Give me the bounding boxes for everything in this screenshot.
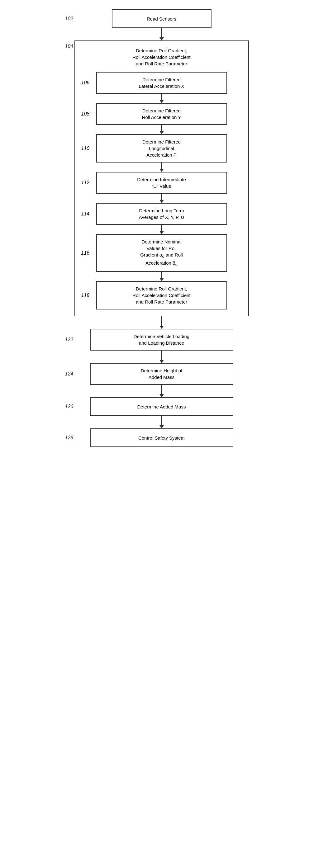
arrow-3 <box>159 350 164 363</box>
outer-group-block: Determine Roll Gradient,Roll Acceleratio… <box>75 40 249 316</box>
ref-114: 114 <box>81 211 90 217</box>
ref-126: 126 <box>65 404 74 409</box>
arrow-1 <box>159 28 164 40</box>
ref-128: 128 <box>65 435 74 440</box>
arrow-head-1 <box>159 37 164 40</box>
label-108: Determine FilteredRoll Acceleration Y <box>142 107 181 121</box>
ref-106: 106 <box>81 80 90 86</box>
inner-116-row: 116 Determine NominalValues for RollGrad… <box>81 234 242 272</box>
ref-118: 118 <box>81 293 90 298</box>
label-128: Control Safety System <box>138 435 185 441</box>
read-sensors-label: Read Sensors <box>147 16 176 22</box>
inner-118-row: 118 Determine Roll Gradient,Roll Acceler… <box>81 281 242 309</box>
ref-104: 104 <box>65 43 74 49</box>
label-106: Determine FilteredLateral Acceleration X <box>139 76 184 89</box>
arrow-inner-6 <box>159 272 164 281</box>
block-126: Determine Added Mass <box>90 397 233 416</box>
block-118: Determine Roll Gradient,Roll Acceleratio… <box>96 281 227 309</box>
arrow-2 <box>159 316 164 329</box>
block-106: Determine FilteredLateral Acceleration X <box>96 72 227 94</box>
label-112: Determine Intermediate“U” Value <box>137 176 186 189</box>
label-114: Determine Long TermAverages of X, Y, P, … <box>139 207 184 220</box>
ref-108: 108 <box>81 111 90 117</box>
block-122: Determine Vehicle Loadingand Loading Dis… <box>90 329 233 350</box>
ref-110: 110 <box>81 146 90 151</box>
block-126-row: 126 Determine Added Mass <box>59 397 264 416</box>
block-124: Determine Height ofAdded Mass <box>90 363 233 385</box>
outer-group-row: 104 Determine Roll Gradient,Roll Acceler… <box>59 40 264 316</box>
inner-114-row: 114 Determine Long TermAverages of X, Y,… <box>81 203 242 225</box>
label-122: Determine Vehicle Loadingand Loading Dis… <box>134 333 189 346</box>
label-110: Determine FilteredLongitudinalAccelerati… <box>142 138 181 158</box>
block-114: Determine Long TermAverages of X, Y, P, … <box>96 203 227 225</box>
label-126: Determine Added Mass <box>137 403 186 410</box>
arrow-4 <box>159 385 164 397</box>
arrow-inner-5 <box>159 225 164 234</box>
outer-group-title: Determine Roll Gradient,Roll Acceleratio… <box>133 47 190 67</box>
arrow-inner-3 <box>159 162 164 172</box>
arrow-inner-4 <box>159 194 164 203</box>
inner-106-row: 106 Determine FilteredLateral Accelerati… <box>81 72 242 94</box>
label-118: Determine Roll Gradient,Roll Acceleratio… <box>133 285 190 305</box>
ref-112: 112 <box>81 180 90 186</box>
ref-102: 102 <box>65 16 74 22</box>
arrow-5 <box>159 416 164 428</box>
read-sensors-block: Read Sensors <box>112 9 211 28</box>
ref-116: 116 <box>81 250 90 256</box>
block-128-row: 128 Control Safety System <box>59 428 264 447</box>
block-128: Control Safety System <box>90 428 233 447</box>
diagram-container: 102 Read Sensors 104 Determine Roll Grad… <box>59 9 264 859</box>
block-116: Determine NominalValues for RollGradient… <box>96 234 227 272</box>
block-122-row: 122 Determine Vehicle Loadingand Loading… <box>59 329 264 350</box>
ref-122: 122 <box>65 337 74 342</box>
v-line-1 <box>162 28 162 37</box>
inner-108-row: 108 Determine FilteredRoll Acceleration … <box>81 103 242 125</box>
inner-110-row: 110 Determine FilteredLongitudinalAccele… <box>81 134 242 162</box>
label-124: Determine Height ofAdded Mass <box>141 367 182 380</box>
block-108: Determine FilteredRoll Acceleration Y <box>96 103 227 125</box>
inner-112-row: 112 Determine Intermediate“U” Value <box>81 172 242 194</box>
arrow-inner-1 <box>159 94 164 103</box>
block-124-row: 124 Determine Height ofAdded Mass <box>59 363 264 385</box>
label-116: Determine NominalValues for RollGradient… <box>140 239 183 268</box>
block-110: Determine FilteredLongitudinalAccelerati… <box>96 134 227 162</box>
arrow-inner-2 <box>159 125 164 134</box>
ref-124: 124 <box>65 371 74 377</box>
block-112: Determine Intermediate“U” Value <box>96 172 227 194</box>
read-sensors-row: 102 Read Sensors <box>59 9 264 28</box>
